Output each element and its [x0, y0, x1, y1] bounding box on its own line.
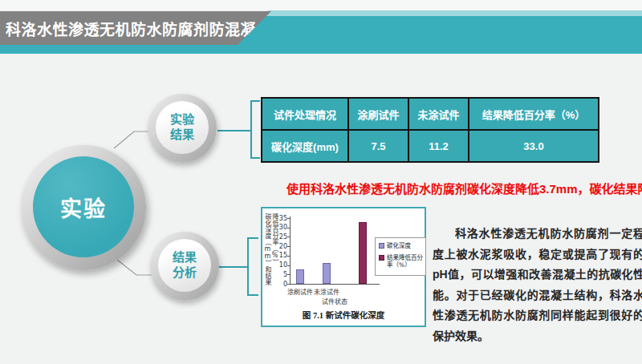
chart-x-tick: 未涂试件 — [309, 287, 344, 296]
chart-y-tick-mark — [287, 274, 290, 275]
chart-y-tick: 20 — [271, 243, 287, 250]
chart-y-tick: 35 — [271, 215, 287, 222]
chart-y-tick-mark — [287, 218, 290, 219]
analysis-paragraph: 科洛水性渗透无机防水防腐剂一定程度上被水泥浆吸收，稳定或提高了现有的pH值，可以… — [433, 224, 642, 346]
chart-y-tick-mark — [287, 256, 290, 257]
table-header-cell: 涂刷试件 — [348, 98, 408, 130]
legend-item: 结果降低百分率（%） — [379, 254, 423, 269]
sub-node-inner: 实验 结果 — [156, 101, 209, 154]
highlight-conclusion: 使用科洛水性渗透无机防水防腐剂碳化深度降低3.7mm，碳化结果降低33% — [286, 180, 640, 196]
table-cell: 碳化深度(mm) — [262, 130, 348, 162]
main-node-label: 实验 — [60, 192, 107, 223]
chart-x-axis-label: 试件状态 — [290, 297, 380, 305]
chart-bar — [359, 222, 367, 284]
connector-main-to-results — [114, 131, 148, 148]
table-bracket — [251, 101, 260, 158]
connector-main-to-analysis — [117, 260, 152, 275]
chart-bar — [323, 263, 331, 284]
chart-y-tick: 5 — [271, 271, 287, 278]
table-header-cell: 结果降低百分率（%） — [469, 98, 599, 130]
chart-y-tick-mark — [287, 265, 290, 266]
legend-item: 碳化深度 — [379, 242, 423, 249]
legend-swatch-icon — [379, 255, 384, 261]
chart-y-tick: 30 — [271, 224, 287, 231]
carbonization-chart: 碳化深度（mm）和结果降低百分率（%） 05101520253035涂刷试件未涂… — [261, 207, 426, 327]
main-node-experiment: 实验 — [21, 145, 146, 270]
legend-label: 结果降低百分率（%） — [387, 254, 423, 269]
table-header-row: 试件处理情况 涂刷试件 未涂试件 结果降低百分率（%） — [262, 98, 599, 130]
chart-y-tick: 25 — [271, 233, 287, 241]
sub-node-label-analysis: 结果 分析 — [173, 250, 197, 281]
table-cell: 11.2 — [408, 130, 469, 162]
chart-y-tick-mark — [287, 228, 290, 229]
chart-bracket — [248, 238, 258, 295]
sub-node-result-analysis: 结果 分析 — [150, 232, 219, 301]
chart-y-tick: 10 — [271, 261, 287, 269]
chart-y-axis — [290, 216, 291, 284]
sub-node-label-results: 实验 结果 — [170, 112, 194, 143]
table-header-cell: 试件处理情况 — [262, 98, 348, 130]
chart-bar — [296, 269, 304, 284]
chart-legend: 碳化深度结果降低百分率（%） — [375, 237, 426, 276]
results-table: 试件处理情况 涂刷试件 未涂试件 结果降低百分率（%） 碳化深度(mm) 7.5… — [261, 97, 599, 163]
chart-y-tick: 15 — [271, 252, 287, 259]
header-banner: 科洛水性渗透无机防水防腐剂防混凝土碳化实验结果 — [0, 11, 271, 45]
header-top-strip — [0, 0, 642, 10]
table-cell: 33.0 — [469, 130, 599, 162]
chart-y-tick-mark — [287, 246, 290, 247]
main-node-inner: 实验 — [33, 156, 134, 257]
sub-node-inner: 结果 分析 — [158, 239, 211, 292]
sub-node-experiment-results: 实验 结果 — [148, 94, 217, 163]
chart-y-tick-mark — [287, 284, 290, 285]
table-row: 碳化深度(mm) 7.5 11.2 33.0 — [262, 130, 599, 162]
table-cell: 7.5 — [348, 130, 408, 162]
chart-caption: 图 7.1 新试件碳化深度 — [262, 309, 425, 321]
legend-label: 碳化深度 — [387, 242, 411, 249]
table-header-cell: 未涂试件 — [408, 98, 469, 130]
chart-x-axis — [290, 284, 380, 285]
legend-swatch-icon — [379, 243, 384, 249]
header-teal-bar-left — [0, 45, 257, 54]
chart-y-tick-mark — [287, 237, 290, 237]
